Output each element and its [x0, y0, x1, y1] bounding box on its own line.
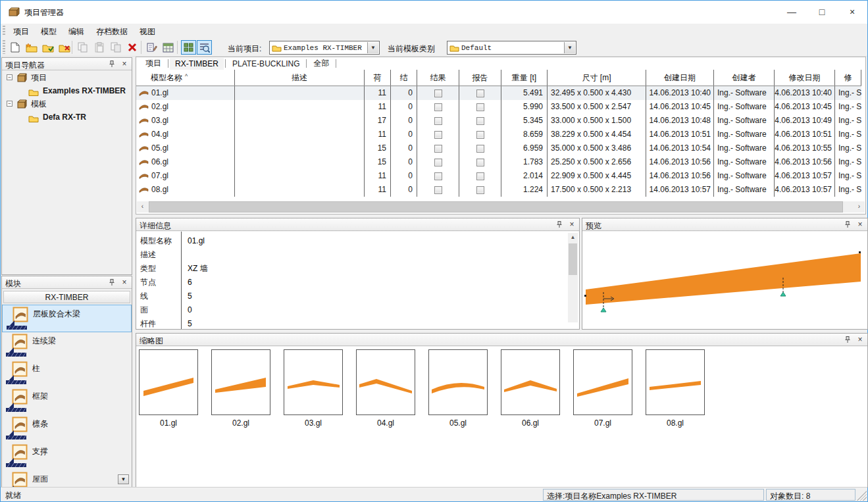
description-cell[interactable]: [235, 155, 365, 169]
table-row[interactable]: 03.gl1705.34533.000 x 0.500 x 1.50014.06…: [136, 114, 861, 128]
thumbnail-item-7[interactable]: 08.gl: [646, 349, 705, 428]
menu-item-2[interactable]: 编辑: [63, 24, 90, 39]
toolbar-grip[interactable]: [3, 40, 5, 54]
module-item-6[interactable]: 屋面: [2, 470, 132, 487]
scrollbar-thumb[interactable]: [569, 243, 577, 275]
description-cell[interactable]: [235, 128, 365, 141]
combo-arrow-icon[interactable]: ▼: [367, 42, 378, 53]
close-icon[interactable]: ×: [855, 334, 865, 345]
column-header-5[interactable]: 报告: [459, 70, 501, 86]
thumbnail-image[interactable]: [284, 349, 343, 415]
thumbnail-image[interactable]: [139, 349, 198, 415]
tree-group-1[interactable]: −模板: [2, 97, 132, 111]
thumbnail-item-3[interactable]: 04.gl: [356, 349, 415, 428]
results-checkbox[interactable]: [434, 186, 442, 194]
thumbnail-item-0[interactable]: 01.gl: [139, 349, 198, 428]
thumbnail-item-2[interactable]: 03.gl: [284, 349, 343, 428]
table-row[interactable]: 04.gl1108.65938.229 x 0.500 x 4.45414.06…: [136, 128, 861, 141]
results-checkbox[interactable]: [434, 117, 442, 125]
module-item-4[interactable]: 檩条: [2, 415, 132, 443]
report-checkbox[interactable]: [476, 131, 484, 139]
thumbnail-image[interactable]: [646, 349, 705, 415]
pin-icon[interactable]: [844, 220, 853, 229]
tree-child-1[interactable]: Defa RX-TR: [2, 111, 132, 124]
menu-item-4[interactable]: 视图: [134, 24, 161, 39]
module-item-0[interactable]: 层板胶合木梁: [2, 305, 132, 332]
tab-plate-buckling[interactable]: PLATE-BUCKLING: [227, 58, 305, 70]
model-name-cell[interactable]: 03.gl: [136, 114, 235, 128]
vertical-scrollbar[interactable]: ▲: [568, 233, 578, 322]
new-project-button[interactable]: [24, 40, 39, 55]
table-row[interactable]: 06.gl1501.78325.250 x 0.500 x 2.65614.06…: [136, 155, 861, 169]
delete-button[interactable]: [124, 40, 140, 55]
results-checkbox[interactable]: [434, 159, 442, 166]
horizontal-scrollbar[interactable]: ‹ ›: [137, 201, 865, 213]
module-item-3[interactable]: 框架: [2, 388, 132, 415]
combo-arrow-icon[interactable]: ▼: [564, 42, 575, 53]
paste-icon[interactable]: [91, 40, 107, 55]
description-cell[interactable]: [235, 183, 365, 197]
close-icon[interactable]: ×: [120, 277, 129, 288]
menu-item-1[interactable]: 模型: [35, 24, 63, 39]
column-header-0[interactable]: 模型名称^: [136, 70, 235, 86]
detail-value[interactable]: 6: [188, 276, 192, 289]
template-category-combo[interactable]: Default ▼: [447, 41, 576, 55]
tree-child-0[interactable]: Examples RX-TIMBER: [2, 84, 132, 97]
close-icon[interactable]: ×: [567, 219, 576, 230]
detail-value[interactable]: XZ 墙: [188, 262, 208, 276]
column-header-7[interactable]: 尺寸 [m]: [548, 70, 646, 86]
manage-projects-button[interactable]: [57, 40, 72, 55]
open-project-button[interactable]: [40, 40, 55, 55]
model-name-cell[interactable]: 01.gl: [136, 86, 235, 100]
results-checkbox[interactable]: [434, 172, 442, 180]
view-thumbnails-toggle[interactable]: [181, 40, 196, 55]
module-item-1[interactable]: 连续梁: [2, 332, 132, 360]
tree-expander-icon[interactable]: −: [7, 74, 13, 80]
description-cell[interactable]: [235, 169, 365, 183]
detail-value[interactable]: 5: [188, 289, 192, 303]
report-checkbox[interactable]: [476, 89, 484, 97]
scroll-right-arrow[interactable]: ›: [854, 201, 865, 213]
model-name-cell[interactable]: 02.gl: [136, 100, 235, 114]
description-cell[interactable]: [235, 86, 365, 100]
maximize-button[interactable]: □: [807, 1, 837, 23]
report-checkbox[interactable]: [476, 186, 484, 194]
results-checkbox[interactable]: [434, 145, 442, 153]
modules-scroll-down-button[interactable]: ▼: [118, 474, 129, 484]
column-header-1[interactable]: 描述: [235, 70, 365, 86]
thumbnail-image[interactable]: [573, 349, 632, 415]
properties-button[interactable]: [161, 40, 176, 55]
module-item-2[interactable]: 柱: [2, 360, 132, 388]
report-checkbox[interactable]: [476, 117, 484, 125]
modules-group-header[interactable]: RX-TIMBER: [3, 291, 130, 303]
tree-expander-icon[interactable]: −: [7, 101, 13, 107]
pin-icon[interactable]: [108, 278, 117, 287]
view-details-toggle[interactable]: [197, 40, 212, 55]
report-checkbox[interactable]: [476, 159, 484, 166]
tab-全部[interactable]: 全部: [308, 57, 334, 70]
tab-项目[interactable]: 项目: [140, 57, 166, 70]
pin-icon[interactable]: [555, 220, 565, 229]
scroll-left-arrow[interactable]: ‹: [137, 201, 148, 213]
description-cell[interactable]: [235, 114, 365, 128]
menu-grip[interactable]: [3, 26, 5, 36]
scroll-up-arrow[interactable]: ▲: [568, 233, 578, 243]
table-row[interactable]: 05.gl1506.95935.000 x 0.500 x 3.48614.06…: [136, 141, 861, 155]
thumbnail-image[interactable]: [501, 349, 560, 415]
thumbnail-image[interactable]: [356, 349, 415, 415]
description-cell[interactable]: [235, 100, 365, 114]
results-checkbox[interactable]: [434, 131, 442, 139]
thumbnail-item-4[interactable]: 05.gl: [428, 349, 488, 428]
model-name-cell[interactable]: 04.gl: [136, 128, 235, 141]
tree-group-0[interactable]: −项目: [2, 71, 132, 84]
report-checkbox[interactable]: [476, 103, 484, 111]
column-header-2[interactable]: 荷: [365, 70, 391, 86]
report-checkbox[interactable]: [476, 145, 484, 153]
column-header-11[interactable]: 修: [835, 70, 861, 86]
column-header-6[interactable]: 重量 [t]: [501, 70, 548, 86]
results-checkbox[interactable]: [434, 103, 442, 111]
detail-value[interactable]: 5: [188, 317, 192, 331]
current-project-combo[interactable]: Examples RX-TIMBER ▼: [269, 41, 380, 55]
thumbnail-image[interactable]: [428, 349, 488, 415]
preview-canvas[interactable]: [582, 232, 867, 329]
